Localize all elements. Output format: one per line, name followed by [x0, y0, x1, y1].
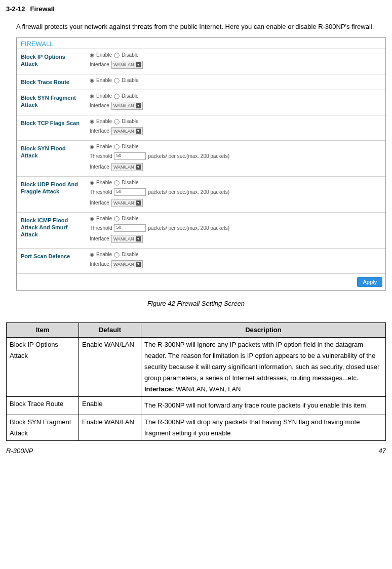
row-port-scan-defence: Port Scan Defence ◉ Enable ◯ Disable Int… [17, 249, 385, 274]
table-row: Block Trace Route Enable The R-300NP wil… [7, 397, 386, 415]
chevron-down-icon: ▾ [136, 200, 141, 206]
radio-disable-icon[interactable]: ◯ [114, 144, 120, 149]
enable-label: Enable [96, 216, 112, 221]
interface-label: Interface [90, 128, 109, 134]
interface-bold: Interface: [144, 385, 174, 393]
interface-select[interactable]: WAN/LAN ▾ [111, 260, 143, 268]
row-label: Port Scan Defence [17, 249, 86, 273]
interface-value: WAN/LAN [113, 165, 134, 170]
disable-label: Disable [122, 93, 138, 99]
row-block-tcp-flags: Block TCP Flags Scan ◉ Enable ◯ Disable … [17, 115, 385, 141]
interface-label: Interface [90, 62, 109, 67]
threshold-unit: packets/ per sec.(max. 200 packets) [148, 225, 229, 231]
threshold-input[interactable]: 50 [114, 152, 146, 160]
interface-label: Interface [90, 164, 109, 170]
section-title: Firewall [30, 5, 55, 13]
interface-label: Interface [90, 261, 109, 267]
radio-disable-icon[interactable]: ◯ [114, 180, 120, 185]
interface-select[interactable]: WAN/LAN ▾ [111, 61, 143, 69]
panel-title: FIREWALL [17, 38, 385, 49]
threshold-label: Threshold [90, 153, 112, 159]
enable-label: Enable [96, 144, 112, 149]
chevron-down-icon: ▾ [136, 262, 141, 267]
threshold-unit: packets/ per sec.(max. 200 packets) [148, 153, 229, 159]
th-default: Default [79, 322, 141, 337]
interface-value: WAN/LAN [113, 236, 134, 241]
enable-label: Enable [96, 77, 112, 83]
row-block-syn-fragment: Block SYN Fragment Attack ◉ Enable ◯ Dis… [17, 90, 385, 115]
radio-enable-icon[interactable]: ◉ [90, 52, 94, 58]
interface-select[interactable]: WAN/LAN ▾ [111, 235, 143, 243]
enable-label: Enable [96, 93, 112, 99]
threshold-input[interactable]: 50 [114, 188, 146, 196]
interface-label: Interface [90, 103, 109, 108]
threshold-label: Threshold [90, 225, 112, 231]
radio-disable-icon[interactable]: ◯ [114, 118, 120, 124]
chevron-down-icon: ▾ [136, 129, 141, 134]
threshold-input[interactable]: 50 [114, 224, 146, 232]
interface-select[interactable]: WAN/LAN ▾ [111, 102, 143, 110]
row-label: Block TCP Flags Scan [17, 115, 86, 140]
radio-enable-icon[interactable]: ◉ [90, 216, 94, 221]
enable-label: Enable [96, 52, 112, 58]
cell-item: Block SYN Fragment Attack [7, 415, 79, 441]
interface-label: Interface [90, 236, 109, 241]
radio-enable-icon[interactable]: ◉ [90, 252, 94, 257]
cell-default: Enable [79, 397, 141, 415]
radio-disable-icon[interactable]: ◯ [114, 216, 120, 221]
apply-row: Apply [17, 274, 385, 290]
interface-value: WAN/LAN [113, 200, 134, 206]
radio-enable-icon[interactable]: ◉ [90, 144, 94, 149]
apply-button[interactable]: Apply [357, 277, 382, 287]
footer-right: 47 [379, 447, 386, 455]
chevron-down-icon: ▾ [136, 62, 141, 67]
section-number: 3-2-12 [6, 5, 25, 13]
row-label: Block UDP Flood And Fraggle Attack [17, 177, 86, 212]
section-heading: 3-2-12 Firewall [6, 5, 386, 13]
th-item: Item [7, 322, 79, 337]
interface-select[interactable]: WAN/LAN ▾ [111, 127, 143, 135]
enable-label: Enable [96, 252, 112, 257]
disable-label: Disable [122, 216, 138, 221]
row-label: Block ICMP Flood Attack And Smurf Attack [17, 213, 86, 248]
description-table: Item Default Description Block IP Option… [6, 322, 386, 441]
intro-paragraph: A firewall protects your network against… [16, 20, 386, 34]
interface-select[interactable]: WAN/LAN ▾ [111, 199, 143, 207]
row-block-icmp-flood: Block ICMP Flood Attack And Smurf Attack… [17, 213, 385, 249]
footer-left: R-300NP [6, 447, 33, 455]
radio-disable-icon[interactable]: ◯ [114, 52, 120, 58]
row-label: Block IP Options Attack [17, 49, 86, 74]
interface-value: WAN/LAN [113, 62, 134, 67]
disable-label: Disable [122, 252, 138, 257]
disable-label: Disable [122, 144, 138, 149]
row-block-udp-flood: Block UDP Flood And Fraggle Attack ◉ Ena… [17, 177, 385, 213]
cell-description: The R-300NP will drop any packets that h… [141, 415, 386, 441]
row-label: Block SYN Flood Attack [17, 141, 86, 176]
radio-disable-icon[interactable]: ◯ [114, 252, 120, 257]
radio-disable-icon[interactable]: ◯ [114, 93, 120, 99]
interface-label: Interface [90, 200, 109, 206]
desc-text: The R-300NP will ignore any IP packets w… [144, 341, 379, 382]
cell-description: The R-300NP will ignore any IP packets w… [141, 337, 386, 396]
table-row: Block SYN Fragment Attack Enable WAN/LAN… [7, 415, 386, 441]
cell-item: Block Trace Route [7, 397, 79, 415]
cell-item: Block IP Options Attack [7, 337, 79, 396]
row-label: Block Trace Route [17, 74, 86, 90]
row-block-ip-options: Block IP Options Attack ◉ Enable ◯ Disab… [17, 49, 385, 74]
disable-label: Disable [122, 52, 138, 58]
radio-enable-icon[interactable]: ◉ [90, 77, 94, 83]
interface-values: WAN/LAN, WAN, LAN [174, 385, 241, 393]
radio-disable-icon[interactable]: ◯ [114, 77, 120, 83]
chevron-down-icon: ▾ [136, 103, 141, 108]
disable-label: Disable [122, 118, 138, 124]
radio-enable-icon[interactable]: ◉ [90, 93, 94, 99]
interface-value: WAN/LAN [113, 103, 134, 108]
radio-enable-icon[interactable]: ◉ [90, 118, 94, 124]
row-block-trace-route: Block Trace Route ◉ Enable ◯ Disable [17, 74, 385, 90]
interface-value: WAN/LAN [113, 262, 134, 267]
threshold-unit: packets/ per sec.(max. 200 packets) [148, 189, 229, 195]
page-footer: R-300NP 47 [6, 447, 386, 455]
radio-enable-icon[interactable]: ◉ [90, 180, 94, 185]
chevron-down-icon: ▾ [136, 236, 141, 241]
interface-select[interactable]: WAN/LAN ▾ [111, 163, 143, 171]
